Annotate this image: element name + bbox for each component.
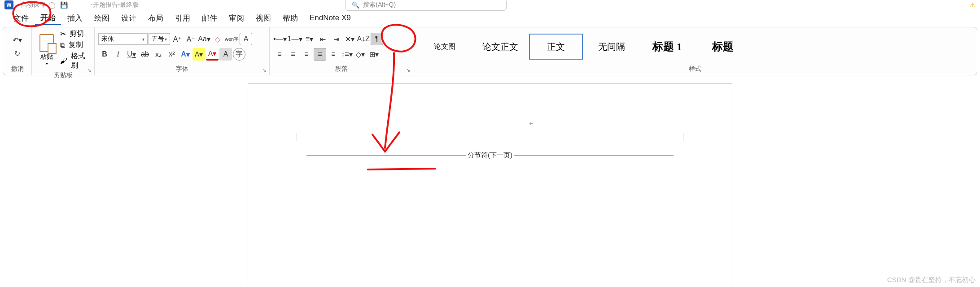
tab-insert[interactable]: 插入 <box>62 11 88 25</box>
group-undo-label: 撤消 <box>7 64 28 74</box>
style-heading[interactable]: 标题 <box>696 34 750 60</box>
grow-font-button[interactable]: A⁺ <box>171 33 184 45</box>
document-area: ↵ 分节符(下一页) <box>0 83 980 287</box>
text-effects-button[interactable]: A▾ <box>179 48 192 61</box>
align-right-button[interactable]: ≡ <box>300 48 313 61</box>
align-left-button[interactable]: ≡ <box>273 48 286 61</box>
tab-home[interactable]: 开始 <box>35 11 61 25</box>
increase-indent-button[interactable]: ⇥ <box>330 33 343 45</box>
tab-help[interactable]: 帮助 <box>277 11 303 25</box>
qa-label: 启动保存 <box>21 1 46 9</box>
multilevel-button[interactable]: ≡▾ <box>303 33 316 45</box>
underline-button[interactable]: U▾ <box>125 48 138 61</box>
margin-corner-tr <box>675 133 683 141</box>
style-heading1[interactable]: 标题 1 <box>640 34 694 60</box>
chevron-down-icon: ▾ <box>142 37 144 42</box>
tab-view[interactable]: 视图 <box>250 11 276 25</box>
group-clipboard-label: 剪贴板 <box>35 70 91 80</box>
copy-icon: ⧉ <box>60 41 65 49</box>
autosave-toggle[interactable]: ◯ <box>47 1 57 9</box>
tab-draw[interactable]: 绘图 <box>89 11 115 25</box>
highlight-button[interactable]: A▾ <box>192 48 205 61</box>
ribbon-tabs: 文件 开始 插入 绘图 设计 布局 引用 邮件 审阅 视图 帮助 EndNote… <box>0 10 980 26</box>
style-no-spacing[interactable]: 无间隔 <box>585 34 639 60</box>
app-icon: W <box>4 0 13 9</box>
decrease-indent-button[interactable]: ⇤ <box>317 33 329 45</box>
tab-references[interactable]: 引用 <box>170 11 196 25</box>
asian-layout-button[interactable]: ✕▾ <box>344 33 356 45</box>
tab-endnote[interactable]: EndNote X9 <box>304 12 356 24</box>
redo-button[interactable]: ↻ <box>11 47 24 60</box>
save-icon[interactable]: 💾 <box>58 1 69 9</box>
group-paragraph-label: 段落 <box>273 64 409 74</box>
group-undo: ↶▾ ↻ 撤消 <box>3 27 32 75</box>
style-thesis-body[interactable]: 论文正文 <box>473 34 527 60</box>
char-shading-button[interactable]: A <box>219 48 232 61</box>
group-styles-label: 样式 <box>417 64 973 74</box>
ribbon: ↶▾ ↻ 撤消 粘贴 ▾ ✂ 剪切 ⧉ 复制 🖌 格式刷 剪贴板 ↘ 宋体▾ 五… <box>3 27 977 75</box>
watermark: CSDN @贵在坚持，不忘初心 <box>887 276 976 284</box>
shrink-font-button[interactable]: A⁻ <box>184 33 197 45</box>
clipboard-launcher[interactable]: ↘ <box>88 67 92 73</box>
tab-mailings[interactable]: 邮件 <box>197 11 223 25</box>
italic-button[interactable]: I <box>112 48 124 61</box>
copy-button[interactable]: ⧉ 复制 <box>60 40 91 50</box>
group-font: 宋体▾ 五号▾ A⁺ A⁻ Aa▾ ◇ wen字 A B I U▾ ab x₂ … <box>95 27 270 75</box>
borders-button[interactable]: ⊞▾ <box>368 48 380 61</box>
paste-icon <box>39 34 54 52</box>
char-border-button[interactable]: 字 <box>233 48 245 61</box>
undo-button[interactable]: ↶▾ <box>11 34 24 46</box>
font-name-value: 宋体 <box>101 35 114 43</box>
font-launcher[interactable]: ↘ <box>262 67 267 73</box>
style-gallery[interactable]: 论文图 论文正文 正文 无间隔 标题 1 标题 <box>417 30 751 63</box>
tab-design[interactable]: 设计 <box>116 11 142 25</box>
enclose-button[interactable]: A <box>240 33 252 45</box>
align-center-button[interactable]: ≡ <box>287 48 299 61</box>
font-color-button[interactable]: A▾ <box>206 48 219 61</box>
bold-button[interactable]: B <box>98 48 111 61</box>
chevron-down-icon: ▾ <box>165 37 167 42</box>
paragraph-launcher[interactable]: ↘ <box>406 67 410 73</box>
group-clipboard: 粘贴 ▾ ✂ 剪切 ⧉ 复制 🖌 格式刷 剪贴板 ↘ <box>32 27 95 75</box>
scissors-icon: ✂ <box>60 30 66 38</box>
change-case-button[interactable]: Aa▾ <box>198 33 210 45</box>
font-size-value: 五号 <box>152 35 164 43</box>
section-break: 分节符(下一页) <box>306 151 674 160</box>
show-marks-button[interactable]: ¶ <box>371 33 383 45</box>
search-input[interactable]: 🔍 搜索(Alt+Q) <box>345 0 507 11</box>
group-paragraph: •—▾ 1—▾ ≡▾ ⇤ ⇥ ✕▾ A↓Z ¶ ≡ ≡ ≡ ≡ ≡ ↕≡▾ ◇▾… <box>270 27 413 75</box>
page[interactable]: ↵ 分节符(下一页) <box>248 83 732 287</box>
subscript-button[interactable]: x₂ <box>152 48 165 61</box>
font-name-select[interactable]: 宋体▾ <box>98 33 148 45</box>
style-thesis-figure[interactable]: 论文图 <box>418 34 472 60</box>
font-size-select[interactable]: 五号▾ <box>149 33 170 45</box>
brush-icon: 🖌 <box>60 57 67 65</box>
clear-format-button[interactable]: ◇ <box>211 33 224 45</box>
align-distribute-button[interactable]: ≡ <box>327 48 340 61</box>
copy-label: 复制 <box>69 40 83 50</box>
phonetic-button[interactable]: wen字 <box>225 33 239 45</box>
search-placeholder: 搜索(Alt+Q) <box>363 1 396 9</box>
style-normal[interactable]: 正文 <box>529 34 583 60</box>
align-justify-button[interactable]: ≡ <box>314 48 326 61</box>
shading-button[interactable]: ◇▾ <box>354 48 367 61</box>
warning-icon: ⚠ <box>970 1 976 9</box>
search-icon: 🔍 <box>352 1 359 9</box>
paste-button[interactable]: 粘贴 ▾ <box>35 32 58 67</box>
tab-file[interactable]: 文件 <box>8 11 34 25</box>
tab-layout[interactable]: 布局 <box>143 11 169 25</box>
title-bar: W 启动保存 ◯ 💾 -开题报告-最终版 🔍 搜索(Alt+Q) ⚠ <box>0 0 980 10</box>
sort-button[interactable]: A↓Z <box>357 33 370 45</box>
tab-review[interactable]: 审阅 <box>223 11 249 25</box>
line-spacing-button[interactable]: ↕≡▾ <box>341 48 353 61</box>
strike-button[interactable]: ab <box>139 48 151 61</box>
margin-corner-tl <box>297 133 305 141</box>
section-break-label: 分节符(下一页) <box>466 151 514 160</box>
cut-button[interactable]: ✂ 剪切 <box>60 29 91 39</box>
bullets-button[interactable]: •—▾ <box>273 33 287 45</box>
quick-access: 启动保存 ◯ 💾 <box>21 1 69 9</box>
superscript-button[interactable]: x² <box>166 48 178 61</box>
numbering-button[interactable]: 1—▾ <box>288 33 302 45</box>
format-painter-button[interactable]: 🖌 格式刷 <box>60 52 91 70</box>
paste-label: 粘贴 <box>40 53 53 61</box>
